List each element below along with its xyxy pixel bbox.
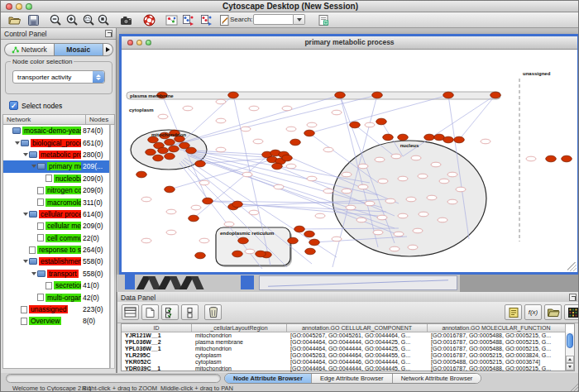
table-scrollbar[interactable] <box>565 332 574 370</box>
select-attributes-icon[interactable] <box>161 304 179 320</box>
node-color-select[interactable]: transporter activity <box>12 70 105 84</box>
network-node[interactable] <box>372 92 383 98</box>
network-node[interactable] <box>238 237 249 244</box>
table-row[interactable]: YJR121W__1mitochondrion[GO:0045267, GO:0… <box>122 332 574 339</box>
network-node[interactable] <box>232 201 243 208</box>
unselect-attributes-icon[interactable] <box>181 304 199 320</box>
tab-network-attribute-browser[interactable]: Network Attribute Browser <box>393 374 481 383</box>
snapshot-camera-icon[interactable] <box>118 13 133 27</box>
table-mode-icon[interactable] <box>122 304 139 320</box>
table-column-header[interactable]: annotation.GO MOLECULAR_FUNCTION <box>428 324 566 332</box>
network-node[interactable] <box>195 160 206 167</box>
scroll-up-icon[interactable] <box>566 356 574 363</box>
tab-node-attribute-browser[interactable]: Node Attribute Browser <box>225 374 312 383</box>
network-node[interactable] <box>153 155 164 161</box>
formula-icon[interactable]: f(x) <box>524 304 542 320</box>
zoom-in-icon[interactable] <box>65 13 79 27</box>
help-ring-icon[interactable] <box>141 13 156 27</box>
network-node[interactable] <box>158 147 169 154</box>
network-node[interactable] <box>305 248 316 255</box>
matrix-icon[interactable] <box>564 304 579 320</box>
disclosure-triangle-icon[interactable] <box>13 141 21 145</box>
open-file-icon[interactable] <box>7 13 22 27</box>
disclosure-triangle-icon[interactable] <box>30 165 37 168</box>
network-node[interactable] <box>165 139 175 146</box>
network-overview-icon[interactable] <box>164 13 179 27</box>
network-tree-item[interactable]: cellular metabo209(0) <box>3 220 109 232</box>
network-tree-item[interactable]: mosaic-demo-yeast874(0) <box>3 125 109 136</box>
network-node[interactable] <box>195 252 206 259</box>
table-row[interactable]: YLR295Ccytoplasm[GO:0045263, GO:0044464,… <box>122 352 574 359</box>
network-node[interactable] <box>562 155 572 162</box>
network-node[interactable] <box>376 118 387 125</box>
table-column-header[interactable]: annotation.GO CELLULAR_COMPONENT <box>287 324 428 332</box>
network-tree-item[interactable]: biological_process651(0) <box>3 136 109 148</box>
create-attribute-icon[interactable] <box>141 304 159 320</box>
network-tree-item[interactable]: macromolecule311(0) <box>3 196 109 208</box>
tree-column-nodes[interactable]: Nodes <box>85 114 115 125</box>
tab-edge-attribute-browser[interactable]: Edge Attribute Browser <box>312 374 393 383</box>
network-node[interactable] <box>169 146 179 152</box>
network-node[interactable] <box>165 153 175 160</box>
network-node[interactable] <box>443 92 454 98</box>
zoom-fit-icon[interactable] <box>96 13 111 27</box>
network-node[interactable] <box>232 251 243 257</box>
network-node[interactable] <box>304 130 315 136</box>
network-tree-item[interactable]: primary metabo209(... <box>3 160 109 172</box>
network-tree-item[interactable]: cellular process614(0) <box>3 208 109 220</box>
network-node[interactable] <box>490 92 501 98</box>
tab-network[interactable]: Network <box>4 43 54 56</box>
network-node[interactable] <box>282 155 293 161</box>
network-node[interactable] <box>189 215 199 222</box>
network-tree-item[interactable]: nucleobase-209(0) <box>3 173 109 184</box>
network-node[interactable] <box>136 171 147 178</box>
network-node[interactable] <box>398 134 409 141</box>
app-resize-grip[interactable] <box>571 384 579 392</box>
table-column-header[interactable]: ID <box>122 324 192 332</box>
float-panel-icon[interactable] <box>105 30 112 37</box>
network-node[interactable] <box>335 92 346 98</box>
network-node[interactable] <box>304 231 315 237</box>
network-node[interactable] <box>546 155 557 162</box>
network-tree-item[interactable]: cell communicat22(0) <box>3 232 109 244</box>
network-tree-item[interactable]: unassigned223(0) <box>3 304 109 315</box>
save-session-icon[interactable] <box>26 13 41 27</box>
tab-scroll-right-icon[interactable] <box>103 43 113 56</box>
table-row[interactable]: YPL036W__2plasma membrane[GO:0044464, GO… <box>122 339 574 346</box>
import-attributes-icon[interactable] <box>544 304 562 320</box>
network-tree-item[interactable]: response to stimulu264(0) <box>3 244 109 256</box>
disclosure-triangle-icon[interactable] <box>30 272 37 275</box>
disclosure-triangle-icon[interactable] <box>22 153 29 156</box>
network-node[interactable] <box>290 139 301 146</box>
network-window-titlebar[interactable]: primary metabolic process <box>122 36 577 50</box>
network-node[interactable] <box>424 134 435 141</box>
tab-mosaic[interactable]: Mosaic <box>54 43 104 56</box>
disclosure-triangle-icon[interactable] <box>22 260 29 263</box>
network-tree-item[interactable]: metabolic process280(0) <box>3 149 109 160</box>
network-node[interactable] <box>256 251 266 257</box>
network-node[interactable] <box>443 136 454 143</box>
network-node[interactable] <box>288 237 299 244</box>
tree-column-network[interactable]: Network <box>2 114 85 125</box>
network-node[interactable] <box>383 134 394 141</box>
network-node[interactable] <box>165 186 175 193</box>
window-resize-grip[interactable] <box>567 262 577 271</box>
tree-scrollbar[interactable] <box>110 125 115 369</box>
network-tree-item[interactable]: multi-organism pro42(0) <box>3 291 109 303</box>
network-tree-item[interactable]: secretion41(0) <box>3 280 109 291</box>
search-input[interactable] <box>253 14 294 25</box>
network-tree-item[interactable]: Overview8(0) <box>3 315 109 327</box>
network-node[interactable] <box>146 149 156 155</box>
table-row[interactable]: YKR052Ccytoplasm[GO:0044464, GO:0044446,… <box>122 359 574 366</box>
network-node[interactable] <box>148 136 159 143</box>
table-row[interactable]: YDR039C__1mitochondrion[GO:0044464, GO:0… <box>122 366 574 372</box>
zoom-out-icon[interactable] <box>48 13 63 27</box>
search-dropdown-icon[interactable] <box>294 14 305 25</box>
network-node[interactable] <box>454 136 465 143</box>
scrollbar-thumb[interactable] <box>567 333 573 348</box>
network-node[interactable] <box>350 122 361 128</box>
network-tree-item[interactable]: nitrogen compo209(0) <box>3 184 109 196</box>
float-panel-icon[interactable] <box>569 294 577 301</box>
attribute-batch-icon[interactable] <box>316 13 331 27</box>
copy-attributes-icon[interactable] <box>180 13 195 27</box>
